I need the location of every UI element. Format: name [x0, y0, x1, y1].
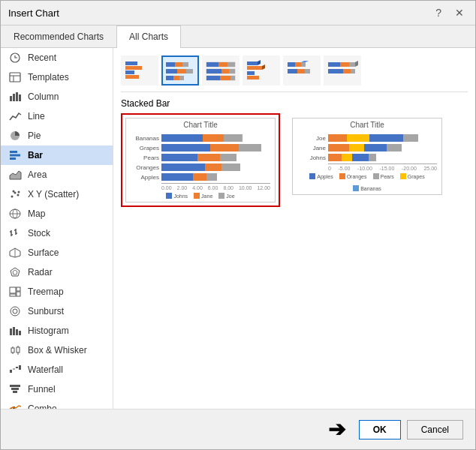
svg-rect-47 — [10, 370, 12, 373]
svg-rect-32 — [17, 287, 20, 291]
svg-rect-95 — [328, 62, 340, 67]
svg-rect-71 — [218, 62, 227, 67]
svg-rect-31 — [10, 287, 16, 293]
svg-marker-86 — [262, 64, 265, 70]
sidebar-item-funnel[interactable]: Funnel — [1, 380, 113, 399]
svg-rect-91 — [288, 69, 297, 74]
svg-rect-58 — [125, 70, 134, 74]
svg-rect-87 — [288, 62, 295, 67]
ok-button[interactable]: OK — [359, 420, 401, 440]
sidebar-item-column[interactable]: Column — [1, 87, 113, 106]
sidebar-item-templates[interactable]: Templates — [1, 68, 113, 87]
chart1-bars: Bananas Grapes — [126, 131, 275, 202]
tab-recommended[interactable]: Recommended Charts — [1, 26, 116, 47]
sidebar-item-recent[interactable]: Recent — [1, 48, 113, 68]
svg-rect-92 — [297, 69, 305, 74]
sidebar-label-boxwhisker: Box & Whisker — [28, 345, 87, 356]
sidebar-item-sunburst[interactable]: Sunburst — [1, 302, 113, 321]
chart-grid: Chart Title Bananas — [121, 113, 468, 207]
svg-rect-63 — [166, 69, 177, 74]
sidebar-item-xy[interactable]: X Y (Scatter) — [1, 184, 113, 204]
svg-rect-44 — [17, 347, 20, 352]
histogram-icon — [8, 326, 22, 336]
bar-row-johns: Johns — [297, 154, 437, 161]
svg-marker-30 — [13, 270, 17, 274]
chart-inner-1: Chart Title Bananas — [125, 118, 276, 202]
svg-rect-59 — [125, 75, 139, 79]
pie-icon — [8, 130, 22, 141]
chart-type-tooltip: Stacked Bar — [121, 98, 468, 109]
sidebar-label-histogram: Histogram — [28, 326, 69, 336]
svg-rect-57 — [125, 66, 142, 70]
svg-rect-37 — [10, 328, 12, 335]
svg-rect-62 — [182, 62, 188, 67]
svg-rect-74 — [206, 69, 221, 74]
svg-rect-64 — [177, 69, 186, 74]
svg-rect-60 — [166, 62, 175, 67]
dialog-title: Insert Chart — [8, 8, 59, 19]
chart-type-stacked-bar[interactable] — [161, 56, 199, 86]
chart-type-3d-100pct-stacked-bar[interactable] — [324, 56, 361, 86]
sidebar-label-bar: Bar — [28, 150, 43, 160]
chart-type-3d-stacked-bar[interactable] — [283, 56, 321, 86]
boxwhisker-icon — [8, 345, 22, 356]
svg-rect-52 — [11, 388, 19, 390]
sidebar-item-map[interactable]: Map — [1, 204, 113, 224]
sidebar-label-waterfall: Waterfall — [28, 364, 63, 375]
chart-card-2[interactable]: Chart Title Joe — [288, 113, 447, 207]
funnel-icon — [8, 384, 22, 394]
recent-icon — [8, 52, 22, 63]
svg-rect-38 — [13, 327, 15, 335]
area-icon — [8, 170, 22, 180]
svg-rect-6 — [16, 92, 18, 101]
sidebar-item-boxwhisker[interactable]: Box & Whisker — [1, 340, 113, 360]
svg-rect-66 — [166, 76, 173, 80]
svg-rect-76 — [229, 69, 235, 74]
chart-type-100pct-stacked-bar[interactable] — [202, 56, 240, 86]
insert-chart-dialog: Insert Chart ? ✕ Recommended Charts All … — [0, 0, 476, 450]
sidebar-item-line[interactable]: Line — [1, 106, 113, 126]
sidebar-item-histogram[interactable]: Histogram — [1, 321, 113, 340]
content-area: Recent Templates Column Li — [1, 48, 475, 409]
svg-rect-40 — [19, 331, 21, 335]
svg-rect-82 — [247, 66, 262, 70]
sidebar-label-recent: Recent — [28, 52, 56, 63]
tab-bar: Recommended Charts All Charts — [1, 26, 475, 48]
chart-type-3d-clustered-bar[interactable] — [243, 56, 280, 86]
sidebar-item-waterfall[interactable]: Waterfall — [1, 360, 113, 380]
sidebar-label-pie: Pie — [28, 130, 41, 141]
svg-rect-56 — [125, 62, 137, 65]
help-button[interactable]: ? — [432, 5, 445, 20]
sidebar-item-treemap[interactable]: Treemap — [1, 282, 113, 302]
sidebar-item-bar[interactable]: Bar — [1, 146, 113, 165]
cancel-button[interactable]: Cancel — [407, 420, 463, 440]
chart-card-1[interactable]: Chart Title Bananas — [121, 113, 280, 207]
sidebar-item-area[interactable]: Area — [1, 165, 113, 184]
svg-rect-51 — [10, 385, 20, 387]
sidebar-item-stock[interactable]: Stock — [1, 224, 113, 243]
main-area: Stacked Bar Chart Title Bananas — [113, 48, 475, 409]
sidebar-item-pie[interactable]: Pie — [1, 126, 113, 146]
tab-all-charts[interactable]: All Charts — [116, 26, 181, 48]
sidebar-item-surface[interactable]: Surface — [1, 243, 113, 262]
svg-rect-100 — [343, 69, 351, 74]
svg-rect-4 — [10, 96, 12, 101]
sidebar-label-surface: Surface — [28, 248, 59, 258]
sidebar-item-combo[interactable]: Combo — [1, 399, 113, 409]
close-button[interactable]: ✕ — [451, 5, 468, 20]
svg-marker-12 — [10, 171, 21, 179]
title-bar-buttons: ? ✕ — [432, 5, 468, 20]
svg-rect-72 — [227, 62, 235, 67]
bar-row-oranges: Oranges — [131, 164, 270, 171]
svg-rect-88 — [295, 62, 301, 67]
svg-rect-70 — [206, 62, 218, 67]
chart-type-clustered-bar[interactable] — [121, 56, 158, 86]
ok-arrow-icon: ➔ — [328, 417, 345, 442]
bar-row-bananas: Bananas — [131, 134, 270, 142]
radar-icon — [8, 267, 22, 278]
footer: ➔ OK Cancel — [1, 409, 475, 449]
svg-point-17 — [18, 191, 20, 194]
sidebar-item-radar[interactable]: Radar — [1, 262, 113, 282]
stock-icon — [8, 228, 22, 238]
treemap-icon — [8, 286, 22, 297]
